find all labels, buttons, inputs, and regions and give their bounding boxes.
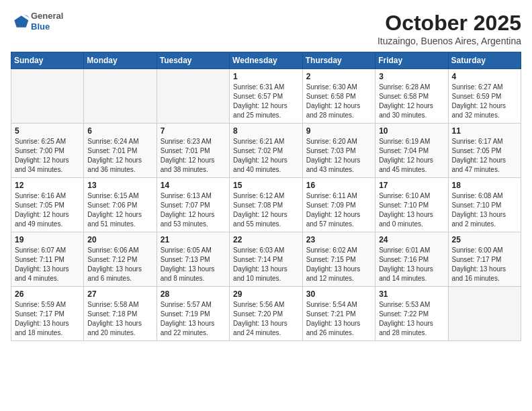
sunrise: Sunrise: 6:05 AM: [161, 246, 212, 254]
daylight: Daylight: 13 hours and 24 minutes.: [233, 320, 287, 336]
calendar-cell: 16 Sunrise: 6:11 AM Sunset: 7:09 PM Dayl…: [302, 178, 375, 232]
day-number: 15: [233, 181, 299, 190]
day-info: Sunrise: 6:01 AM Sunset: 7:16 PM Dayligh…: [379, 246, 444, 283]
calendar-cell: 31 Sunrise: 5:53 AM Sunset: 7:22 PM Dayl…: [375, 287, 448, 341]
calendar-week-row: 12 Sunrise: 6:16 AM Sunset: 7:05 PM Dayl…: [11, 178, 521, 232]
sunrise: Sunrise: 6:28 AM: [379, 83, 430, 91]
calendar-cell: [448, 287, 521, 341]
sunset: Sunset: 6:57 PM: [233, 93, 283, 100]
sunset: Sunset: 7:09 PM: [306, 201, 356, 209]
day-info: Sunrise: 6:28 AM Sunset: 6:58 PM Dayligh…: [379, 83, 444, 120]
day-number: 9: [306, 126, 371, 136]
sunrise: Sunrise: 6:16 AM: [15, 192, 66, 199]
calendar-cell: 3 Sunrise: 6:28 AM Sunset: 6:58 PM Dayli…: [375, 69, 448, 124]
day-number: 27: [87, 289, 152, 299]
logo-blue: Blue: [31, 21, 63, 32]
day-number: 7: [161, 126, 226, 136]
day-number: 26: [15, 289, 80, 299]
sunset: Sunset: 7:19 PM: [161, 310, 210, 318]
day-number: 20: [87, 235, 152, 244]
daylight: Daylight: 12 hours and 47 minutes.: [452, 156, 506, 173]
calendar-cell: 7 Sunrise: 6:23 AM Sunset: 7:01 PM Dayli…: [157, 124, 229, 178]
calendar-cell: 21 Sunrise: 6:05 AM Sunset: 7:13 PM Dayl…: [157, 232, 229, 287]
day-number: 17: [379, 181, 444, 190]
sunset: Sunset: 7:08 PM: [233, 201, 283, 209]
sunrise: Sunrise: 6:10 AM: [379, 192, 430, 199]
month-title: October 2025: [378, 11, 521, 36]
calendar-cell: 9 Sunrise: 6:20 AM Sunset: 7:03 PM Dayli…: [302, 124, 375, 178]
sunset: Sunset: 7:05 PM: [452, 147, 502, 154]
calendar-cell: 27 Sunrise: 5:58 AM Sunset: 7:18 PM Dayl…: [84, 287, 157, 341]
sunset: Sunset: 7:18 PM: [87, 310, 137, 318]
day-info: Sunrise: 5:56 AM Sunset: 7:20 PM Dayligh…: [233, 300, 299, 338]
sunset: Sunset: 7:05 PM: [15, 201, 64, 209]
day-number: 6: [87, 126, 152, 136]
calendar-cell: 6 Sunrise: 6:24 AM Sunset: 7:01 PM Dayli…: [84, 124, 157, 178]
calendar-header-row: SundayMondayTuesdayWednesdayThursdayFrid…: [11, 52, 521, 69]
day-info: Sunrise: 6:27 AM Sunset: 6:59 PM Dayligh…: [452, 83, 518, 120]
daylight: Daylight: 12 hours and 38 minutes.: [161, 156, 215, 173]
calendar-cell: 5 Sunrise: 6:25 AM Sunset: 7:00 PM Dayli…: [11, 124, 84, 178]
sunrise: Sunrise: 6:01 AM: [379, 246, 430, 254]
sunset: Sunset: 7:12 PM: [87, 256, 137, 263]
sunset: Sunset: 7:13 PM: [161, 256, 210, 263]
sunrise: Sunrise: 6:19 AM: [379, 138, 430, 145]
calendar-cell: 17 Sunrise: 6:10 AM Sunset: 7:10 PM Dayl…: [375, 178, 448, 232]
day-info: Sunrise: 6:07 AM Sunset: 7:11 PM Dayligh…: [15, 246, 80, 283]
day-info: Sunrise: 6:05 AM Sunset: 7:13 PM Dayligh…: [161, 246, 226, 283]
daylight: Daylight: 12 hours and 51 minutes.: [87, 211, 142, 228]
title-block: October 2025 Ituzaingo, Buenos Aires, Ar…: [378, 11, 521, 46]
calendar-cell: 19 Sunrise: 6:07 AM Sunset: 7:11 PM Dayl…: [11, 232, 84, 287]
location-subtitle: Ituzaingo, Buenos Aires, Argentina: [378, 36, 521, 46]
day-info: Sunrise: 6:06 AM Sunset: 7:12 PM Dayligh…: [87, 246, 152, 283]
day-number: 2: [306, 72, 371, 81]
daylight: Daylight: 13 hours and 2 minutes.: [452, 211, 506, 228]
day-number: 24: [379, 235, 444, 244]
weekday-header: Monday: [84, 52, 157, 69]
sunset: Sunset: 7:14 PM: [233, 256, 283, 263]
day-info: Sunrise: 6:00 AM Sunset: 7:17 PM Dayligh…: [452, 246, 518, 283]
weekday-header: Saturday: [448, 52, 521, 69]
daylight: Daylight: 12 hours and 53 minutes.: [161, 211, 215, 228]
day-info: Sunrise: 6:20 AM Sunset: 7:03 PM Dayligh…: [306, 137, 371, 175]
sunrise: Sunrise: 6:03 AM: [233, 246, 284, 254]
calendar-week-row: 26 Sunrise: 5:59 AM Sunset: 7:17 PM Dayl…: [11, 287, 521, 341]
day-info: Sunrise: 6:13 AM Sunset: 7:07 PM Dayligh…: [161, 191, 226, 229]
calendar-cell: 29 Sunrise: 5:56 AM Sunset: 7:20 PM Dayl…: [230, 287, 303, 341]
sunset: Sunset: 7:20 PM: [233, 310, 283, 318]
weekday-header: Friday: [375, 52, 448, 69]
logo-text: General Blue: [31, 11, 63, 32]
day-number: 29: [233, 289, 299, 299]
day-number: 23: [306, 235, 371, 244]
day-info: Sunrise: 6:08 AM Sunset: 7:10 PM Dayligh…: [452, 191, 518, 229]
daylight: Daylight: 12 hours and 34 minutes.: [15, 156, 69, 173]
day-number: 31: [379, 289, 444, 299]
day-info: Sunrise: 6:30 AM Sunset: 6:58 PM Dayligh…: [306, 83, 371, 120]
calendar-week-row: 19 Sunrise: 6:07 AM Sunset: 7:11 PM Dayl…: [11, 232, 521, 287]
sunset: Sunset: 7:22 PM: [379, 310, 429, 318]
sunrise: Sunrise: 5:56 AM: [233, 301, 284, 308]
logo-icon: [11, 12, 30, 31]
calendar-cell: 25 Sunrise: 6:00 AM Sunset: 7:17 PM Dayl…: [448, 232, 521, 287]
calendar-cell: [157, 69, 229, 124]
calendar-cell: 13 Sunrise: 6:15 AM Sunset: 7:06 PM Dayl…: [84, 178, 157, 232]
calendar-cell: 8 Sunrise: 6:21 AM Sunset: 7:02 PM Dayli…: [230, 124, 303, 178]
weekday-header: Sunday: [11, 52, 84, 69]
sunrise: Sunrise: 5:57 AM: [161, 301, 212, 308]
calendar-cell: [11, 69, 84, 124]
weekday-header: Wednesday: [230, 52, 303, 69]
sunset: Sunset: 7:15 PM: [306, 256, 356, 263]
sunrise: Sunrise: 6:12 AM: [233, 192, 284, 199]
sunset: Sunset: 7:17 PM: [452, 256, 502, 263]
calendar-week-row: 1 Sunrise: 6:31 AM Sunset: 6:57 PM Dayli…: [11, 69, 521, 124]
calendar-cell: 11 Sunrise: 6:17 AM Sunset: 7:05 PM Dayl…: [448, 124, 521, 178]
sunrise: Sunrise: 6:24 AM: [87, 138, 138, 145]
daylight: Daylight: 13 hours and 12 minutes.: [306, 265, 361, 282]
daylight: Daylight: 13 hours and 26 minutes.: [306, 320, 361, 336]
day-number: 3: [379, 72, 444, 81]
day-number: 22: [233, 235, 299, 244]
sunrise: Sunrise: 6:17 AM: [452, 138, 503, 145]
calendar-cell: 15 Sunrise: 6:12 AM Sunset: 7:08 PM Dayl…: [230, 178, 303, 232]
sunset: Sunset: 7:10 PM: [379, 201, 429, 209]
sunset: Sunset: 7:03 PM: [306, 147, 356, 154]
